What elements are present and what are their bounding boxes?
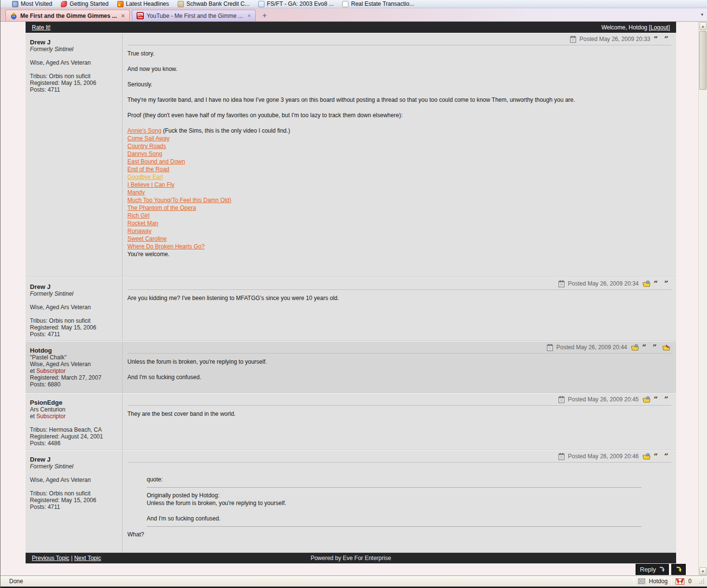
quote-body: Originally posted by Hotdog: Unless the … (147, 492, 641, 522)
theme-texture-icon (638, 578, 645, 584)
song-link[interactable]: Country Roads (127, 143, 166, 150)
hat-tip-icon[interactable] (642, 280, 651, 287)
tab-list-dropdown-icon[interactable]: ▼ (698, 11, 706, 19)
song-link[interactable]: Rocket Man (127, 220, 158, 227)
reply-button[interactable]: Reply (636, 564, 669, 575)
post-date: Posted May 26, 2009 20:33 (580, 36, 651, 42)
author-registered: Registered: March 27, 2007 (30, 374, 119, 381)
post-author-panel: Hotdog "Pastel Chalk" Wise, Aged Ars Vet… (26, 342, 123, 393)
song-link[interactable]: Sweet Caroline (127, 235, 166, 242)
author-post-count: Posts: 4711 (30, 504, 119, 510)
song-link[interactable]: Mandy (127, 189, 145, 196)
reply-with-quote-icon[interactable]: “ ” (642, 345, 659, 350)
tab-close-icon[interactable]: × (121, 13, 125, 19)
author-rank: Wise, Aged Ars Veteran (30, 304, 119, 311)
reply-with-quote-icon[interactable]: “ ” (654, 37, 670, 41)
bookmark-getting-started[interactable]: Getting Started (61, 0, 109, 7)
scroll-up-icon[interactable]: ▲ (699, 22, 707, 30)
forum-thread: Rate It! Welcome, Hotdog [Logout] Drew J… (26, 22, 676, 563)
forum-footer-bar: Previous Topic | Next Topic Powered by E… (26, 553, 676, 563)
song-link[interactable]: Runaway (127, 228, 152, 234)
post-author-panel: PsionEdge Ars Centurion et Subscriptor T… (26, 394, 123, 450)
song-link-visited[interactable]: Goodbye Earl (127, 174, 163, 180)
song-link[interactable]: Dannys Song (127, 150, 162, 157)
most-visited-icon (12, 1, 18, 7)
status-right-group: Hotdog 0 (634, 577, 707, 585)
song-link[interactable]: East Bound and Down (127, 158, 185, 165)
bookmark-label: Most Visited (21, 0, 52, 7)
song-link[interactable]: Rich Girl (127, 212, 150, 219)
bookmark-fsft-evo8[interactable]: FS/FT - GA: 2003 Evo8 ... (258, 0, 334, 7)
forum-header-bar: Rate It! Welcome, Hotdog [Logout] (26, 22, 676, 33)
post-note-icon (558, 453, 565, 460)
bookmark-most-visited[interactable]: Most Visited (12, 0, 52, 7)
author-post-count: Posts: 4486 (30, 440, 119, 447)
author-name[interactable]: Drew J (30, 456, 119, 463)
author-name[interactable]: Drew J (30, 283, 119, 290)
reply-button-row: Reply (636, 564, 686, 575)
status-text: Done (9, 578, 23, 585)
tab-close-icon[interactable]: × (248, 13, 251, 19)
song-link[interactable]: End of the Road (127, 166, 169, 173)
author-name[interactable]: PsionEdge (30, 399, 119, 406)
quote-divider (147, 526, 641, 527)
tab-bar: Me First and the Gimme Gimmes ... × You … (0, 8, 707, 21)
bookmark-real-estate[interactable]: Real Estate Transactio... (342, 0, 414, 7)
author-name[interactable]: Hotdog (30, 347, 119, 354)
rate-it-link[interactable]: Rate It! (32, 24, 51, 31)
reply-with-quote-icon[interactable]: “ ” (654, 454, 670, 459)
bookmark-schwab[interactable]: Schwab Bank Credit C... (178, 0, 250, 7)
mail-icon[interactable] (676, 578, 684, 585)
song-links-list: Annie's Song (Fuck the Sims, this is the… (127, 127, 670, 250)
bookmark-latest-headlines[interactable]: Latest Headlines (117, 0, 169, 7)
body-text: band in the world. (188, 410, 236, 417)
bookmark-label: FS/FT - GA: 2003 Evo8 ... (267, 0, 334, 7)
svg-text:Tube: Tube (138, 16, 143, 19)
song-link[interactable]: Much Too Young(To Feel this Damn Old) (127, 197, 231, 204)
scroll-down-icon[interactable]: ▼ (699, 567, 707, 575)
hat-tip-icon[interactable] (642, 396, 651, 403)
resize-grip[interactable] (698, 578, 705, 585)
fast-reply-button[interactable] (671, 564, 686, 575)
forum-post: Drew J Formerly Sintinel Wise, Aged Ars … (26, 33, 676, 277)
author-subscriptor: et Subscriptor (30, 413, 119, 420)
hat-tip-icon[interactable] (631, 344, 639, 351)
edit-post-icon[interactable] (662, 344, 670, 351)
post-paragraph: Are you kidding me? I've been listening … (127, 294, 670, 302)
author-alias: "Pastel Chalk" (30, 354, 119, 361)
song-link[interactable]: Annie's Song (127, 127, 161, 134)
song-link[interactable]: Come Sail Away (127, 135, 169, 142)
post-date: Posted May 26, 2009 20:46 (568, 453, 639, 460)
et-prefix: et (30, 413, 36, 420)
new-tab-button[interactable]: + (259, 11, 270, 21)
reply-with-quote-icon[interactable]: “ ” (654, 281, 670, 286)
bookmark-label: Real Estate Transactio... (351, 0, 414, 7)
tab-youtube[interactable]: You Tube YouTube - Me First and the Gimm… (132, 10, 256, 21)
scrollbar-thumb[interactable] (699, 31, 707, 90)
reply-with-quote-icon[interactable]: “ ” (654, 397, 670, 402)
post-header-row: Posted May 26, 2009 20:46 “ ” (127, 451, 671, 463)
song-link[interactable]: Where Do Broken Hearts Go? (127, 243, 205, 250)
author-registered: Registered: August 24, 2001 (30, 433, 119, 440)
author-tribus: Tribus: Orbis non suficit (30, 317, 119, 324)
mail-count: 0 (688, 578, 692, 585)
post-note-icon (558, 280, 565, 287)
page-viewport: Rate It! Welcome, Hotdog [Logout] Drew J… (0, 22, 698, 575)
logout-link[interactable]: Logout (651, 24, 668, 31)
tab-forum-thread[interactable]: Me First and the Gimme Gimmes ... × (5, 10, 130, 21)
author-post-count: Posts: 4711 (30, 331, 119, 338)
author-name[interactable]: Drew J (30, 39, 119, 46)
post-author-panel: Drew J Formerly Sintinel Wise, Aged Ars … (26, 33, 123, 277)
song-link[interactable]: The Phantom of the Opera (127, 205, 196, 211)
author-alias: Formerly Sintinel (30, 463, 119, 470)
post-paragraph: What? (127, 531, 670, 538)
song-link[interactable]: I Believe I Can Fly (127, 181, 174, 188)
subscriptor-label: Subscriptor (36, 368, 66, 374)
reply-label: Reply (640, 566, 656, 573)
vertical-scrollbar[interactable]: ▲ ▼ (698, 22, 707, 575)
quote-line: And I'm so fucking confused. (147, 515, 641, 522)
hat-tip-icon[interactable] (642, 453, 651, 460)
post-paragraph: Unless the forum is broken, you're reply… (127, 358, 670, 366)
post-header-row: Posted May 26, 2009 20:45 “ ” (127, 394, 671, 406)
powered-by-text: Powered by Eve For Enterprise (26, 555, 676, 561)
